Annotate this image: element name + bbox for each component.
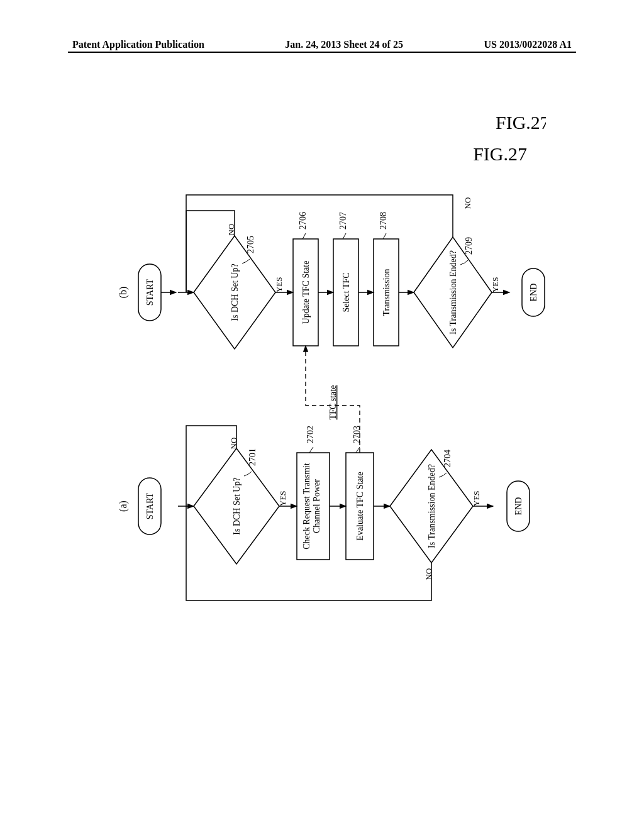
header-left: Patent Application Publication: [72, 39, 204, 50]
page-header: Patent Application Publication Jan. 24, …: [0, 39, 644, 50]
svg-text:(b): (b): [118, 287, 129, 299]
figure-diagram: FIG.27 (a) START Is DCH Set Up? 2701 NO …: [93, 104, 546, 654]
panel-b-label: (b): [118, 287, 129, 299]
svg-text:END: END: [514, 497, 523, 516]
svg-text:Is Transmission Ended?: Is Transmission Ended?: [427, 464, 436, 548]
tfc-state-label: TFC state: [328, 385, 338, 420]
svg-text:Check Request Transmit: Check Request Transmit: [302, 463, 311, 550]
svg-text:Channel Power: Channel Power: [312, 479, 321, 533]
panel-a-label: (a): [118, 501, 129, 512]
ref-2702: 2702: [306, 426, 315, 443]
ref-2708: 2708: [379, 212, 388, 230]
ref-2704: 2704: [443, 450, 452, 467]
label-yes-2701: YES: [278, 490, 287, 506]
svg-text:START: START: [145, 279, 155, 306]
figure-label: FIG.27: [473, 143, 527, 164]
label-yes-2704: YES: [472, 490, 481, 506]
svg-text:Transmission: Transmission: [382, 269, 391, 316]
ref-2703: 2703: [352, 426, 362, 443]
label-yes-2705: YES: [274, 277, 284, 292]
ref-2701: 2701: [248, 448, 257, 466]
figure-label: FIG.27: [496, 112, 546, 133]
header-center: Jan. 24, 2013 Sheet 24 of 25: [285, 39, 403, 50]
ref-2705: 2705: [246, 236, 255, 253]
svg-text:END: END: [529, 284, 538, 302]
svg-text:TFC state: TFC state: [328, 385, 338, 420]
svg-rect-51: [93, 141, 546, 654]
svg-text:Is DCH Set Up?: Is DCH Set Up?: [230, 263, 240, 321]
header-right: US 2013/0022028 A1: [484, 39, 572, 50]
svg-text:Select TFC: Select TFC: [341, 272, 351, 312]
label-yes-2709: YES: [491, 277, 500, 292]
svg-text:(a): (a): [118, 501, 129, 512]
label-no-2709: NO: [463, 197, 472, 209]
ref-2709: 2709: [464, 237, 474, 255]
ref-2707: 2707: [338, 212, 348, 230]
svg-text:Update TFC State: Update TFC State: [301, 261, 311, 324]
svg-text:START: START: [145, 492, 155, 519]
header-rule: [68, 52, 576, 53]
ref-2706: 2706: [298, 212, 308, 230]
svg-text:Evaluate TFC State: Evaluate TFC State: [355, 472, 365, 540]
svg-text:Is DCH Set Up?: Is DCH Set Up?: [232, 477, 242, 534]
svg-text:Is Transmission Ended?: Is Transmission Ended?: [448, 250, 458, 335]
